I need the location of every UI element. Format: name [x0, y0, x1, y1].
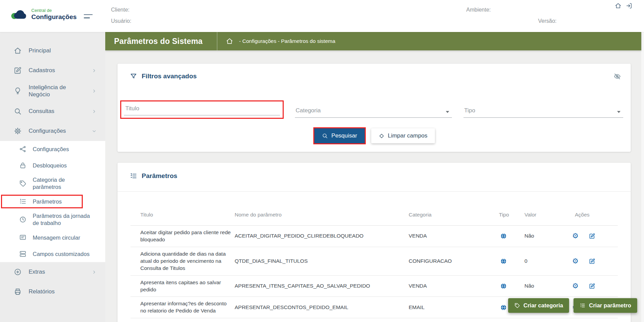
tipo-select[interactable]: Tipo [464, 103, 623, 118]
cell-categoria: EMAIL [409, 304, 499, 311]
table-row: Aceitar digitar pedido para cliente rede… [130, 226, 618, 247]
sidebar-item-extras[interactable]: Extras [0, 262, 105, 282]
row-edit-icon[interactable] [589, 258, 595, 264]
cell-categoria: VENDA [409, 283, 499, 290]
sidebar-item-label: Extras [29, 268, 45, 275]
logout-icon[interactable] [626, 2, 632, 9]
cell-valor: Não [524, 232, 575, 240]
printer-icon [14, 288, 22, 296]
home-icon[interactable] [615, 2, 622, 9]
user-label: Usuário: [111, 18, 131, 24]
globe-icon [500, 258, 521, 264]
create-category-label: Criar categoria [523, 302, 563, 309]
sidebar-submenu: Configurações Desbloqueios Categoria de … [0, 141, 105, 262]
categoria-select[interactable]: Categoria [295, 103, 452, 118]
chevron-right-icon [91, 269, 97, 275]
page-header-bar: Parâmetros do Sistema - Configurações - … [105, 32, 641, 50]
logo-cloud-icon [10, 9, 28, 20]
submenu-item-mensagem-circular[interactable]: Mensagem circular [0, 229, 105, 246]
filters-card: Filtros avançados Categoria Tipo Pesquis… [117, 64, 631, 152]
lock-icon [19, 162, 27, 169]
list-icon [130, 172, 137, 180]
search-button[interactable]: Pesquisar [314, 128, 365, 143]
column-header-tipo: Tipo [499, 212, 524, 218]
row-edit-icon[interactable] [589, 233, 595, 239]
tag-icon [19, 180, 27, 187]
row-settings-icon[interactable]: ⚙ [572, 283, 579, 290]
lightbulb-icon [14, 87, 22, 95]
cell-tipo [499, 233, 524, 239]
submenu-item-desbloqueios[interactable]: Desbloqueios [0, 157, 105, 174]
submenu-item-parametros-jornada[interactable]: Parâmetros da jornada de trabalho [0, 210, 105, 229]
submenu-item-label: Mensagem circular [33, 234, 80, 241]
sidebar-item-label: Relatórios [29, 288, 55, 295]
chevron-right-icon [91, 88, 97, 94]
cell-valor: Não [524, 283, 575, 290]
chevron-down-icon [91, 128, 97, 134]
environment-label: Ambiente: [466, 7, 491, 13]
sidebar-item-inteligencia[interactable]: Inteligência de Negócio [0, 80, 105, 101]
submenu-item-configuracoes[interactable]: Configurações [0, 141, 105, 157]
cell-tipo [499, 283, 524, 289]
sidebar-item-principal[interactable]: Principal [0, 41, 105, 61]
cell-acoes: ⚙ [572, 232, 618, 240]
row-settings-icon[interactable]: ⚙ [572, 258, 579, 265]
cell-acoes: ⚙ [572, 258, 618, 265]
list-icon [580, 303, 585, 308]
submenu-item-label: Parâmetros [33, 198, 62, 205]
menu-toggle-icon[interactable] [84, 14, 93, 21]
submenu-item-parametros[interactable]: Parâmetros [0, 193, 105, 210]
cell-categoria: VENDA [409, 232, 499, 240]
cell-valor: 0 [524, 258, 575, 265]
diamond-icon [379, 133, 384, 139]
gear-icon [14, 127, 22, 135]
row-edit-icon[interactable] [589, 283, 595, 289]
row-settings-icon[interactable]: ⚙ [572, 232, 579, 240]
column-header-valor: Valor [524, 212, 575, 218]
page-title: Parâmetros do Sistema [114, 37, 203, 46]
sidebar-item-label: Principal [29, 47, 51, 54]
table-row: Adiciona quantidade de dias na data atua… [130, 247, 618, 276]
app-logo[interactable]: Central de Configurações [10, 8, 77, 20]
filters-card-title: Filtros avançados [130, 73, 197, 80]
submenu-item-campos-customizados[interactable]: Campos customizados [0, 246, 105, 262]
sidebar-item-label: Configurações [29, 127, 66, 134]
categoria-select-label: Categoria [296, 107, 321, 114]
sidebar-item-relatorios[interactable]: Relatórios [0, 282, 105, 302]
cell-tipo [499, 258, 524, 264]
filters-title-text: Filtros avançados [142, 73, 197, 80]
submenu-item-label: Categoria de parâmetros [33, 176, 91, 190]
table-row: Apresenta itens capitaes ao salvar pedid… [130, 276, 618, 297]
cell-nome: APRESENTAR_DESCONTOS_PEDIDO_EMAIL [235, 304, 409, 311]
clock-icon [19, 216, 27, 223]
table-header-row: Titulo Nome do parâmetro Categoria Tipo … [130, 192, 618, 226]
cell-categoria: CONFIGURACAO [409, 258, 499, 265]
hide-filters-icon[interactable] [613, 73, 621, 80]
globe-icon [500, 283, 521, 289]
sidebar-item-consultas[interactable]: Consultas [0, 101, 105, 121]
submenu-item-label: Desbloqueios [33, 162, 67, 169]
globe-icon [500, 233, 521, 239]
sidebar-item-configuracoes[interactable]: Configurações [0, 121, 105, 141]
tag-icon [514, 303, 520, 308]
sidebar-item-cadastros[interactable]: Cadastros [0, 61, 105, 80]
submenu-item-categoria-parametros[interactable]: Categoria de parâmetros [0, 174, 105, 193]
parameters-card-title: Parâmetros [130, 172, 177, 180]
search-button-label: Pesquisar [331, 132, 357, 139]
titulo-field-highlight [120, 100, 284, 119]
titulo-input[interactable] [124, 102, 280, 115]
scrollbar-track[interactable] [641, 32, 644, 322]
home-icon [14, 47, 22, 55]
cell-titulo: Aceitar digitar pedido para cliente rede… [140, 229, 235, 243]
breadcrumb: - Configurações - Parâmetros do sistema [239, 38, 335, 44]
cell-nome: APRESENTA_ITENS_CAPITAES_AO_SALVAR_PEDID… [235, 283, 409, 290]
cell-nome: QTDE_DIAS_FINAL_TITULOS [235, 258, 409, 265]
breadcrumb-home-icon[interactable] [226, 37, 233, 45]
sidebar: Principal Cadastros Inteligência de Negó… [0, 32, 105, 322]
sidebar-item-label: Cadastros [29, 67, 55, 74]
logo-line2: Configurações [31, 13, 77, 20]
main-content: Parâmetros do Sistema - Configurações - … [105, 32, 644, 322]
create-parameter-button[interactable]: Criar parâmetro [574, 298, 637, 313]
create-category-button[interactable]: Criar categoria [508, 298, 569, 313]
clear-fields-button[interactable]: Limpar campos [371, 128, 435, 143]
